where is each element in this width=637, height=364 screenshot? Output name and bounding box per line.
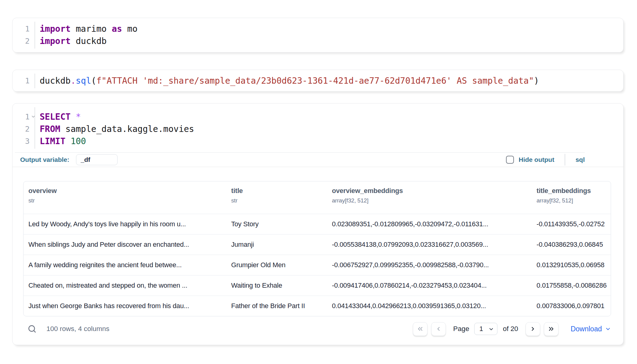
line-number: 2 (13, 35, 30, 47)
page-select-value: 1 (479, 325, 483, 333)
column-type: str (28, 197, 220, 204)
page-total-label: of 20 (503, 325, 518, 333)
line-number: 2 (13, 123, 30, 135)
cell-title_embeddings: 0.0132910535,0.06958 (532, 261, 611, 269)
line-number: 3 (13, 135, 30, 147)
column-header-title[interactable]: titlestr (226, 181, 327, 214)
chevron-right-icon (529, 325, 537, 333)
cell-overview: Cheated on, mistreated and stepped on, t… (24, 282, 226, 289)
code-line: 1import marimo as mo (13, 23, 623, 35)
hide-output-checkbox[interactable] (506, 156, 514, 164)
code-text: LIMIT 100 (30, 135, 86, 147)
column-name: overview (28, 187, 220, 195)
cell-overview: Led by Woody, Andy's toys live happily i… (24, 220, 226, 228)
next-page-button[interactable] (526, 322, 540, 336)
row-count-summary: 100 rows, 4 columns (46, 325, 109, 333)
column-name: title (231, 187, 321, 195)
output-variable-label: Output variable: (20, 156, 69, 163)
column-type: array[f32, 512] (332, 197, 526, 204)
cell-toolbar: Output variable: Hide output sql (13, 153, 623, 167)
page-select[interactable]: 1 (474, 323, 497, 335)
table-row[interactable]: Led by Woody, Andy's toys live happily i… (24, 214, 611, 234)
code-line: 2FROM sample_data.kaggle.movies (13, 123, 623, 135)
notebook-cell-imports: 1import marimo as mo2import duckdb (12, 18, 624, 53)
last-page-button[interactable] (544, 322, 559, 336)
cell-title_embeddings: -0.011439355,-0.02752 (532, 220, 611, 228)
column-type: str (231, 197, 321, 204)
code-text: import marimo as mo (30, 23, 137, 35)
cell-title_embeddings: 0.007833006,0.097801 (532, 302, 611, 310)
column-name: overview_embeddings (332, 187, 526, 195)
code-editor[interactable]: 1SELECT *2FROM sample_data.kaggle.movies… (13, 104, 623, 152)
first-page-button[interactable] (413, 322, 428, 336)
cell-title: Grumpier Old Men (226, 261, 327, 269)
code-editor[interactable]: 1import marimo as mo2import duckdb (13, 18, 623, 52)
output-variable-input[interactable] (76, 154, 118, 165)
cell-title: Waiting to Exhale (226, 282, 327, 289)
line-number: 1 (13, 111, 30, 123)
toolbar-divider (565, 154, 565, 166)
chevrons-left-icon (417, 325, 424, 333)
cell-title_embeddings: -0.040386293,0.06845 (532, 241, 611, 249)
notebook-cell-attach: 1duckdb.sql(f"ATTACH 'md:_share/sample_d… (12, 70, 624, 92)
table-row[interactable]: Cheated on, mistreated and stepped on, t… (24, 275, 611, 296)
table-row[interactable]: A family wedding reignites the ancient f… (24, 255, 611, 275)
cell-title: Toy Story (226, 220, 327, 228)
code-line: 1SELECT * (13, 111, 623, 123)
code-text: duckdb.sql(f"ATTACH 'md:_share/sample_da… (30, 75, 539, 87)
table-row[interactable]: Just when George Banks has recovered fro… (24, 296, 611, 316)
fold-chevron-down-icon[interactable] (31, 114, 36, 119)
code-line: 2import duckdb (13, 35, 623, 47)
cell-overview_embeddings: -0.006752927,0.099952355,-0.009982588,-0… (327, 261, 532, 269)
column-header-overview[interactable]: overviewstr (24, 181, 226, 214)
code-line: 3LIMIT 100 (13, 135, 623, 147)
results-table: overviewstrtitlestroverview_embeddingsar… (23, 181, 611, 316)
cell-title: Jumanji (226, 241, 327, 249)
page-label: Page (453, 325, 469, 333)
column-header-overview_embeddings[interactable]: overview_embeddingsarray[f32, 512] (327, 181, 532, 214)
chevron-down-icon (488, 326, 494, 332)
table-body: Led by Woody, Andy's toys live happily i… (24, 214, 611, 316)
column-header-title_embeddings[interactable]: title_embeddingsarray[f32, 512] (532, 181, 611, 214)
notebook-cell-query: 1SELECT *2FROM sample_data.kaggle.movies… (12, 103, 624, 345)
download-button[interactable]: Download (571, 325, 611, 333)
cell-overview_embeddings: 0.023089351,-0.012809965,-0.03209472,-0.… (327, 220, 532, 228)
cell-title: Father of the Bride Part II (226, 302, 327, 310)
column-type: array[f32, 512] (537, 197, 605, 204)
language-badge-sql[interactable]: sql (576, 156, 585, 163)
search-icon[interactable] (27, 324, 37, 333)
cell-overview_embeddings: -0.009417406,0.07860214,-0.023279453,0.0… (327, 282, 532, 289)
cell-title_embeddings: 0.01755858,-0.0086286 (532, 282, 611, 289)
cell-overview_embeddings: -0.0055384138,0.07992093,0.023316627,0.0… (327, 241, 532, 249)
chevron-down-icon (602, 326, 611, 332)
column-name: title_embeddings (537, 187, 605, 195)
line-number: 1 (13, 23, 30, 35)
code-text: import duckdb (30, 35, 107, 47)
line-number: 1 (13, 75, 30, 87)
code-text: FROM sample_data.kaggle.movies (30, 123, 194, 135)
table-footer: 100 rows, 4 columns Page 1 (23, 316, 611, 341)
chevrons-right-icon (548, 325, 555, 333)
cell-overview: When siblings Judy and Peter discover an… (24, 241, 226, 249)
table-header: overviewstrtitlestroverview_embeddingsar… (24, 181, 611, 214)
code-line: 1duckdb.sql(f"ATTACH 'md:_share/sample_d… (13, 75, 623, 87)
chevron-left-icon (435, 325, 442, 333)
cell-overview_embeddings: 0.041433044,0.042966213,0.0039591365,0.0… (327, 302, 532, 310)
download-label: Download (571, 325, 602, 333)
pagination: Page 1 of 20 (409, 322, 611, 336)
hide-output-label[interactable]: Hide output (519, 156, 555, 163)
cell-overview: A family wedding reignites the ancient f… (24, 261, 226, 269)
code-text: SELECT * (30, 111, 81, 123)
prev-page-button[interactable] (431, 322, 446, 336)
cell-output: overviewstrtitlestroverview_embeddingsar… (13, 167, 623, 341)
code-editor[interactable]: 1duckdb.sql(f"ATTACH 'md:_share/sample_d… (13, 70, 623, 92)
cell-overview: Just when George Banks has recovered fro… (24, 302, 226, 310)
table-row[interactable]: When siblings Judy and Peter discover an… (24, 234, 611, 255)
